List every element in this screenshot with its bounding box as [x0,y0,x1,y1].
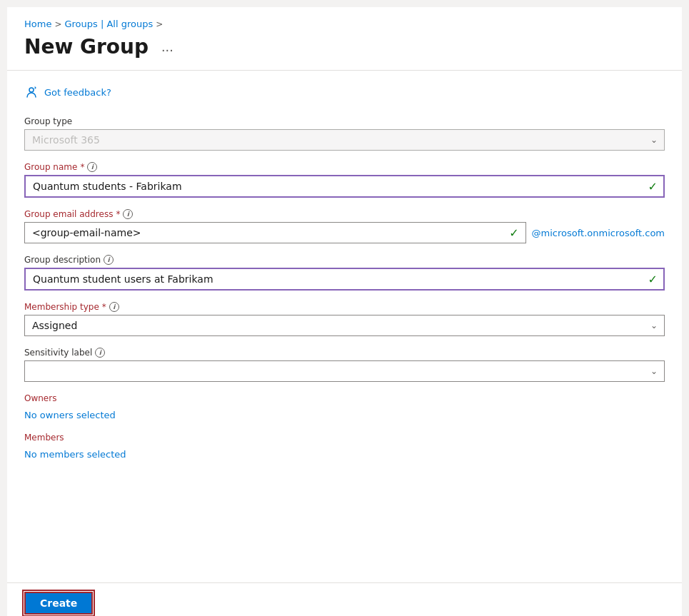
header-divider [7,70,682,71]
group-name-required: * [80,162,84,172]
membership-type-select[interactable]: AssignedDynamic UserDynamic Device [24,315,665,336]
no-owners-link[interactable]: No owners selected [24,410,116,420]
feedback-label: Got feedback? [44,87,111,98]
group-description-label: Group description i [24,255,665,265]
group-email-row: ✓ @microsoft.onmicrosoft.com [24,222,665,243]
group-description-check-icon: ✓ [648,273,658,286]
no-members-link[interactable]: No members selected [24,449,126,460]
group-name-input[interactable] [24,175,665,198]
group-email-input[interactable] [24,222,526,243]
main-content: Home > Groups | All groups > New Group .… [7,7,682,616]
svg-point-0 [29,88,34,92]
group-type-label: Group type [24,116,665,126]
membership-type-select-wrapper: AssignedDynamic UserDynamic Device ⌄ [24,315,665,336]
group-email-domain: @microsoft.onmicrosoft.com [532,228,665,238]
membership-type-group: Membership type * i AssignedDynamic User… [24,302,665,336]
breadcrumb-groups[interactable]: Groups | All groups [64,19,153,29]
group-name-check-icon: ✓ [648,180,658,193]
group-type-select[interactable]: Microsoft 365SecurityMail-enabled securi… [24,129,665,151]
page-header: New Group ... [7,35,682,59]
sensitivity-label-label: Sensitivity label i [24,348,665,358]
group-name-input-wrapper: ✓ [24,175,665,198]
breadcrumb: Home > Groups | All groups > [7,19,682,29]
membership-type-info-icon[interactable]: i [109,302,119,312]
sensitivity-label-group: Sensitivity label i ⌄ [24,348,665,382]
owners-label: Owners [24,393,665,403]
group-email-check-icon: ✓ [509,226,518,240]
group-type-select-wrapper: Microsoft 365SecurityMail-enabled securi… [24,129,665,151]
members-label: Members [24,433,665,443]
feedback-icon [24,85,39,99]
breadcrumb-sep1: > [54,19,61,29]
owners-group: Owners No owners selected [24,393,665,421]
group-description-input[interactable] [24,268,665,291]
create-button[interactable]: Create [24,592,93,615]
group-name-group: Group name * i ✓ [24,162,665,198]
sensitivity-label-select[interactable] [24,360,665,382]
sensitivity-label-info-icon[interactable]: i [95,348,105,358]
group-email-required: * [116,209,120,219]
ellipsis-button[interactable]: ... [157,37,178,56]
group-name-info-icon[interactable]: i [87,162,97,172]
app-container: Home > Groups | All groups > New Group .… [7,7,682,616]
group-email-group: Group email address * i ✓ @microsoft.onm… [24,209,665,243]
group-email-input-wrapper: ✓ [24,222,526,243]
membership-type-label: Membership type * i [24,302,665,312]
group-type-group: Group type Microsoft 365SecurityMail-ena… [24,116,665,151]
bottom-bar: Create [7,582,682,616]
membership-type-required: * [102,302,106,312]
breadcrumb-home[interactable]: Home [24,19,51,29]
group-email-info-icon[interactable]: i [123,209,133,219]
group-description-group: Group description i ✓ [24,255,665,291]
feedback-bar[interactable]: Got feedback? [7,79,682,105]
sensitivity-label-select-wrapper: ⌄ [24,360,665,382]
group-name-label: Group name * i [24,162,665,172]
members-group: Members No members selected [24,433,665,460]
group-description-info-icon[interactable]: i [104,255,114,265]
group-email-label: Group email address * i [24,209,665,219]
group-description-input-wrapper: ✓ [24,268,665,291]
breadcrumb-sep2: > [156,19,163,29]
form-scroll-area: Group type Microsoft 365SecurityMail-ena… [7,111,682,582]
page-title: New Group [24,35,149,59]
